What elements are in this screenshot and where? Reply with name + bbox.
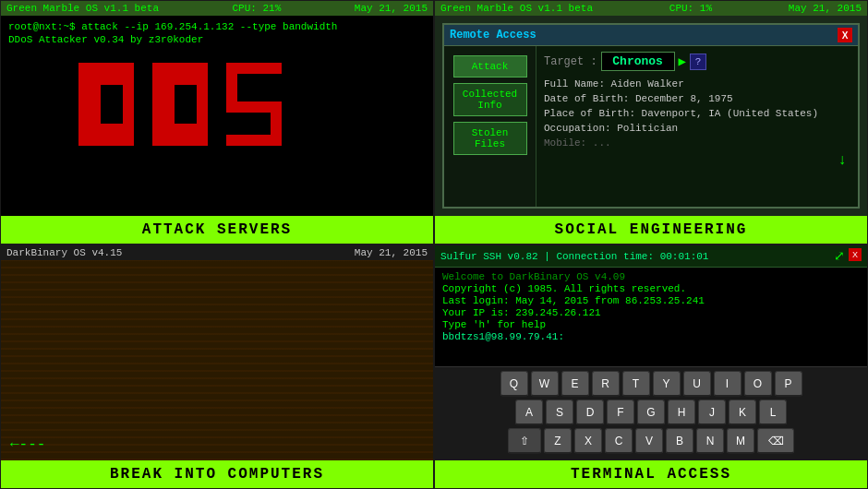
attack-cmd1: root@nxt:~$ attack --ip 169.254.1.132 --… [8, 21, 426, 32]
key-backspace[interactable]: ⌫ [757, 428, 794, 454]
svg-rect-3 [123, 63, 134, 146]
social-cpu: CPU: 1% [669, 3, 712, 14]
key-x[interactable]: X [574, 428, 602, 454]
svg-rect-6 [112, 74, 123, 85]
ssh-controls: ⤢ X [834, 248, 862, 264]
svg-rect-13 [163, 74, 175, 135]
ra-collected-btn[interactable]: Collected Info [453, 83, 527, 116]
ra-target-row: Target : Chronos ▶ ? [544, 52, 850, 71]
key-d[interactable]: D [576, 400, 604, 425]
key-m[interactable]: M [727, 428, 754, 454]
key-w[interactable]: W [531, 371, 559, 397]
svg-rect-5 [101, 74, 112, 85]
ra-forward-arrow[interactable]: ▶ [679, 54, 686, 69]
svg-rect-14 [175, 74, 186, 85]
ra-content: Target : Chronos ▶ ? Full Name: Aiden Wa… [536, 46, 858, 207]
break-date: May 21, 2015 [355, 247, 428, 258]
attack-terminal: root@nxt:~$ attack --ip 169.254.1.132 --… [1, 16, 433, 216]
svg-rect-12 [197, 63, 208, 146]
key-b[interactable]: B [666, 428, 693, 454]
panel-terminal: Sulfur SSH v0.82 | Connection time: 00:0… [434, 244, 868, 489]
break-background: Login Forgot your password? Login ←--- [1, 260, 433, 460]
key-t[interactable]: T [622, 371, 650, 397]
ssh-line-3: Last login: May 14, 2015 from 86.253.25.… [442, 295, 860, 306]
ra-dob: Date of Birth: December 8, 1975 [544, 93, 850, 104]
key-c[interactable]: C [605, 428, 633, 454]
ssh-line-5: Type 'h' for help [442, 319, 860, 330]
key-o[interactable]: O [744, 371, 772, 397]
key-y[interactable]: Y [653, 371, 681, 397]
social-os-bar: Green Marble OS v1.1 beta CPU: 1% May 21… [435, 1, 867, 16]
svg-rect-22 [226, 135, 282, 146]
key-shift[interactable]: ⇧ [508, 428, 541, 454]
ddos-graphic [69, 58, 365, 150]
panel-attack: Green Marble OS v1.1 beta CPU: 21% May 2… [0, 0, 434, 244]
remote-access-window: Remote Access X Attack Collected Info St… [442, 23, 860, 209]
ra-scroll-down[interactable]: ↓ [544, 152, 850, 169]
key-g[interactable]: G [637, 400, 665, 425]
key-v[interactable]: V [635, 428, 663, 454]
key-z[interactable]: Z [544, 428, 572, 454]
ra-pob: Place of Birth: Davenport, IA (United St… [544, 108, 850, 119]
terminal-label: TERMINAL ACCESS [435, 460, 867, 488]
key-k[interactable]: K [729, 400, 756, 425]
social-label: SOCIAL ENGINEERING [435, 216, 867, 244]
ra-question-btn[interactable]: ? [690, 54, 706, 70]
social-os-name: Green Marble OS v1.1 beta [440, 3, 593, 14]
svg-rect-19 [226, 63, 237, 107]
ra-stolen-btn[interactable]: Stolen Files [453, 122, 527, 155]
break-label: BREAK INTO COMPUTERS [1, 460, 433, 488]
key-u[interactable]: U [683, 371, 711, 397]
svg-rect-4 [90, 74, 101, 135]
main-grid: Green Marble OS v1.1 beta CPU: 21% May 2… [0, 0, 868, 489]
ra-body: Attack Collected Info Stolen Files Targe… [444, 46, 858, 207]
key-s[interactable]: S [546, 400, 573, 425]
svg-rect-16 [175, 124, 186, 135]
key-f[interactable]: F [607, 400, 634, 425]
ssh-prompt: bbdtzs1@98.99.79.41: [442, 331, 860, 342]
key-l[interactable]: L [759, 400, 787, 425]
svg-rect-9 [152, 63, 163, 146]
attack-os-name: Green Marble OS v1.1 beta [6, 3, 159, 14]
keyboard-row3: ⇧ Z X C V B N M ⌫ [440, 428, 862, 454]
ra-target-box: Chronos [601, 52, 675, 71]
attack-label: ATTACK SERVERS [1, 216, 433, 244]
ssh-line-2: Copyright (c) 1985. All rights reserved. [442, 283, 860, 294]
ra-title: Remote Access [450, 29, 536, 42]
ra-target-label: Target : [544, 55, 597, 68]
key-p[interactable]: P [775, 371, 802, 397]
ra-occupation: Occupation: Politician [544, 123, 850, 134]
attack-date: May 21, 2015 [355, 3, 428, 14]
ssh-close-btn[interactable]: X [849, 248, 862, 261]
key-e[interactable]: E [561, 371, 589, 397]
svg-rect-15 [186, 74, 197, 85]
key-n[interactable]: N [696, 428, 724, 454]
ssh-maximize-btn[interactable]: ⤢ [834, 248, 845, 264]
key-q[interactable]: Q [500, 371, 528, 397]
ra-sidebar: Attack Collected Info Stolen Files [444, 46, 536, 207]
ssh-output: Welcome to DarkBinary OS v4.09 Copyright… [435, 268, 867, 366]
key-r[interactable]: R [592, 371, 620, 397]
svg-rect-7 [101, 124, 112, 135]
break-texture [1, 260, 433, 460]
ssh-line-4: Your IP is: 239.245.26.121 [442, 307, 860, 318]
ra-mobile: Mobile: ... [544, 137, 850, 149]
keyboard-row2: A S D F G H J K L [440, 400, 862, 425]
key-i[interactable]: I [714, 371, 741, 397]
key-j[interactable]: J [698, 400, 726, 425]
break-os-bar: DarkBinary OS v4.15 May 21, 2015 [1, 245, 433, 260]
ssh-title: Sulfur SSH v0.82 | Connection time: 00:0… [440, 251, 708, 262]
attack-os-bar: Green Marble OS v1.1 beta CPU: 21% May 2… [1, 1, 433, 16]
ra-close-button[interactable]: X [838, 28, 852, 42]
ra-titlebar: Remote Access X [444, 25, 858, 46]
ssh-line-1: Welcome to DarkBinary OS v4.09 [442, 271, 860, 282]
key-a[interactable]: A [515, 400, 543, 425]
svg-rect-17 [186, 124, 197, 135]
social-date: May 21, 2015 [789, 3, 862, 14]
terminal-arrow: ←--- [10, 436, 45, 453]
keyboard: Q W E R T Y U I O P A S D F G H J K L [435, 366, 867, 460]
ra-attack-btn[interactable]: Attack [453, 55, 527, 78]
key-h[interactable]: H [668, 400, 695, 425]
ssh-titlebar: Sulfur SSH v0.82 | Connection time: 00:0… [435, 245, 867, 268]
panel-social: Green Marble OS v1.1 beta CPU: 1% May 21… [434, 0, 868, 244]
